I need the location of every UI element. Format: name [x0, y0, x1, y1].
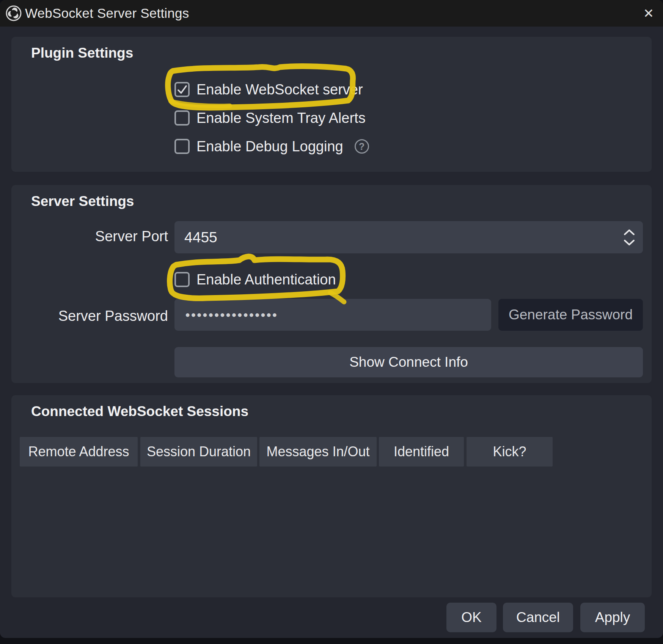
column-header-identified[interactable]: Identified	[379, 437, 464, 467]
show-connect-info-button[interactable]: Show Connect Info	[174, 347, 643, 377]
enable-debug-logging-checkbox[interactable]	[174, 139, 190, 154]
enable-debug-logging-label[interactable]: Enable Debug Logging	[196, 138, 343, 155]
enable-tray-alerts-checkbox[interactable]	[174, 110, 190, 126]
enable-tray-alerts-label[interactable]: Enable System Tray Alerts	[196, 110, 366, 126]
server-settings-group: Server Settings Server Port 4455 Enable …	[11, 185, 652, 383]
plugin-settings-group: Plugin Settings Enable WebSocket server …	[11, 37, 652, 172]
ok-button[interactable]: OK	[446, 603, 496, 632]
server-settings-heading: Server Settings	[31, 193, 134, 209]
obs-logo-icon	[5, 5, 22, 22]
enable-websocket-server-label[interactable]: Enable WebSocket server	[196, 82, 363, 98]
enable-websocket-server-row[interactable]: Enable WebSocket server	[174, 81, 363, 98]
generate-password-button[interactable]: Generate Password	[498, 299, 643, 331]
column-header-remote-address[interactable]: Remote Address	[20, 437, 138, 467]
sessions-heading: Connected WebSocket Sessions	[31, 404, 248, 419]
close-icon[interactable]: ✕	[640, 5, 657, 22]
cancel-button[interactable]: Cancel	[503, 603, 573, 632]
server-password-label: Server Password	[11, 308, 168, 324]
apply-button[interactable]: Apply	[580, 603, 645, 632]
sessions-empty-area	[20, 471, 643, 589]
plugin-settings-heading: Plugin Settings	[31, 45, 133, 61]
chevron-down-icon	[624, 239, 635, 246]
enable-debug-logging-row[interactable]: Enable Debug Logging ?	[174, 138, 369, 155]
window-title: WebSocket Server Settings	[25, 6, 189, 21]
server-password-input[interactable]: ●●●●●●●●●●●●●●●●	[174, 299, 491, 331]
enable-tray-alerts-row[interactable]: Enable System Tray Alerts	[174, 109, 366, 127]
enable-authentication-checkbox[interactable]	[174, 272, 190, 287]
enable-websocket-server-checkbox[interactable]	[174, 82, 190, 97]
help-icon[interactable]: ?	[355, 139, 369, 154]
enable-authentication-row[interactable]: Enable Authentication	[174, 271, 336, 288]
password-masked-value: ●●●●●●●●●●●●●●●●	[174, 310, 278, 320]
server-port-value: 4455	[174, 229, 217, 246]
column-header-messages-in-out[interactable]: Messages In/Out	[259, 437, 377, 467]
titlebar[interactable]: WebSocket Server Settings ✕	[0, 0, 663, 27]
column-header-session-duration[interactable]: Session Duration	[140, 437, 257, 467]
websocket-settings-dialog: WebSocket Server Settings ✕ Plugin Setti…	[0, 0, 663, 638]
column-header-kick[interactable]: Kick?	[467, 437, 553, 467]
chevron-up-icon	[624, 229, 635, 236]
sessions-group: Connected WebSocket Sessions Remote Addr…	[11, 395, 652, 597]
port-spinner[interactable]	[621, 221, 638, 253]
server-port-input[interactable]: 4455	[174, 221, 643, 253]
enable-authentication-label[interactable]: Enable Authentication	[196, 272, 336, 288]
server-port-label: Server Port	[11, 228, 168, 245]
